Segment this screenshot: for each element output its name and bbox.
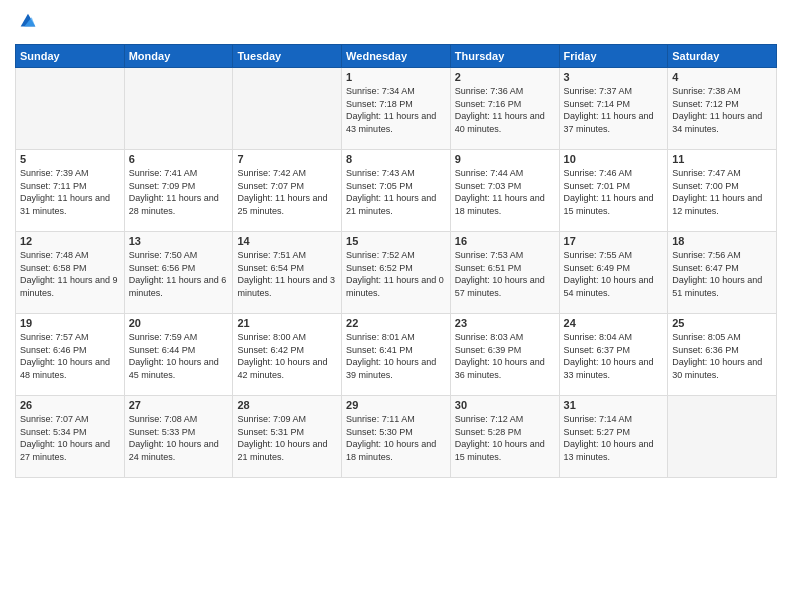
day-info: Sunrise: 7:11 AM Sunset: 5:30 PM Dayligh… — [346, 413, 446, 463]
calendar-cell: 11Sunrise: 7:47 AM Sunset: 7:00 PM Dayli… — [668, 150, 777, 232]
day-number: 3 — [564, 71, 664, 83]
weekday-header-row: SundayMondayTuesdayWednesdayThursdayFrid… — [16, 45, 777, 68]
day-number: 9 — [455, 153, 555, 165]
calendar-cell: 2Sunrise: 7:36 AM Sunset: 7:16 PM Daylig… — [450, 68, 559, 150]
calendar-cell: 8Sunrise: 7:43 AM Sunset: 7:05 PM Daylig… — [342, 150, 451, 232]
day-number: 19 — [20, 317, 120, 329]
calendar-cell: 21Sunrise: 8:00 AM Sunset: 6:42 PM Dayli… — [233, 314, 342, 396]
day-number: 29 — [346, 399, 446, 411]
calendar-week-row: 12Sunrise: 7:48 AM Sunset: 6:58 PM Dayli… — [16, 232, 777, 314]
logo — [15, 10, 42, 36]
day-info: Sunrise: 7:12 AM Sunset: 5:28 PM Dayligh… — [455, 413, 555, 463]
weekday-header: Friday — [559, 45, 668, 68]
calendar-cell: 22Sunrise: 8:01 AM Sunset: 6:41 PM Dayli… — [342, 314, 451, 396]
logo-icon — [17, 10, 39, 32]
day-info: Sunrise: 8:05 AM Sunset: 6:36 PM Dayligh… — [672, 331, 772, 381]
calendar-cell: 12Sunrise: 7:48 AM Sunset: 6:58 PM Dayli… — [16, 232, 125, 314]
calendar-cell: 7Sunrise: 7:42 AM Sunset: 7:07 PM Daylig… — [233, 150, 342, 232]
day-info: Sunrise: 7:43 AM Sunset: 7:05 PM Dayligh… — [346, 167, 446, 217]
calendar-cell: 20Sunrise: 7:59 AM Sunset: 6:44 PM Dayli… — [124, 314, 233, 396]
day-info: Sunrise: 8:03 AM Sunset: 6:39 PM Dayligh… — [455, 331, 555, 381]
day-info: Sunrise: 8:04 AM Sunset: 6:37 PM Dayligh… — [564, 331, 664, 381]
day-number: 5 — [20, 153, 120, 165]
day-number: 22 — [346, 317, 446, 329]
calendar-cell — [124, 68, 233, 150]
day-info: Sunrise: 7:51 AM Sunset: 6:54 PM Dayligh… — [237, 249, 337, 299]
day-number: 7 — [237, 153, 337, 165]
day-number: 12 — [20, 235, 120, 247]
day-info: Sunrise: 7:50 AM Sunset: 6:56 PM Dayligh… — [129, 249, 229, 299]
day-info: Sunrise: 7:59 AM Sunset: 6:44 PM Dayligh… — [129, 331, 229, 381]
calendar-cell: 27Sunrise: 7:08 AM Sunset: 5:33 PM Dayli… — [124, 396, 233, 478]
calendar-cell — [16, 68, 125, 150]
calendar-cell: 15Sunrise: 7:52 AM Sunset: 6:52 PM Dayli… — [342, 232, 451, 314]
calendar-cell: 18Sunrise: 7:56 AM Sunset: 6:47 PM Dayli… — [668, 232, 777, 314]
day-number: 26 — [20, 399, 120, 411]
calendar-week-row: 26Sunrise: 7:07 AM Sunset: 5:34 PM Dayli… — [16, 396, 777, 478]
calendar-cell: 13Sunrise: 7:50 AM Sunset: 6:56 PM Dayli… — [124, 232, 233, 314]
calendar-cell: 4Sunrise: 7:38 AM Sunset: 7:12 PM Daylig… — [668, 68, 777, 150]
calendar-cell — [233, 68, 342, 150]
day-number: 10 — [564, 153, 664, 165]
day-info: Sunrise: 7:39 AM Sunset: 7:11 PM Dayligh… — [20, 167, 120, 217]
day-number: 4 — [672, 71, 772, 83]
calendar-cell: 24Sunrise: 8:04 AM Sunset: 6:37 PM Dayli… — [559, 314, 668, 396]
day-number: 30 — [455, 399, 555, 411]
calendar-cell: 30Sunrise: 7:12 AM Sunset: 5:28 PM Dayli… — [450, 396, 559, 478]
day-info: Sunrise: 7:46 AM Sunset: 7:01 PM Dayligh… — [564, 167, 664, 217]
day-info: Sunrise: 7:56 AM Sunset: 6:47 PM Dayligh… — [672, 249, 772, 299]
weekday-header: Tuesday — [233, 45, 342, 68]
calendar-cell: 25Sunrise: 8:05 AM Sunset: 6:36 PM Dayli… — [668, 314, 777, 396]
calendar-cell — [668, 396, 777, 478]
day-info: Sunrise: 7:48 AM Sunset: 6:58 PM Dayligh… — [20, 249, 120, 299]
day-info: Sunrise: 7:53 AM Sunset: 6:51 PM Dayligh… — [455, 249, 555, 299]
day-info: Sunrise: 7:57 AM Sunset: 6:46 PM Dayligh… — [20, 331, 120, 381]
weekday-header: Saturday — [668, 45, 777, 68]
calendar-cell: 10Sunrise: 7:46 AM Sunset: 7:01 PM Dayli… — [559, 150, 668, 232]
calendar-cell: 28Sunrise: 7:09 AM Sunset: 5:31 PM Dayli… — [233, 396, 342, 478]
calendar-cell: 6Sunrise: 7:41 AM Sunset: 7:09 PM Daylig… — [124, 150, 233, 232]
calendar-cell: 16Sunrise: 7:53 AM Sunset: 6:51 PM Dayli… — [450, 232, 559, 314]
calendar-week-row: 19Sunrise: 7:57 AM Sunset: 6:46 PM Dayli… — [16, 314, 777, 396]
calendar-cell: 3Sunrise: 7:37 AM Sunset: 7:14 PM Daylig… — [559, 68, 668, 150]
day-number: 31 — [564, 399, 664, 411]
page: SundayMondayTuesdayWednesdayThursdayFrid… — [0, 0, 792, 612]
day-number: 1 — [346, 71, 446, 83]
calendar-week-row: 1Sunrise: 7:34 AM Sunset: 7:18 PM Daylig… — [16, 68, 777, 150]
calendar-week-row: 5Sunrise: 7:39 AM Sunset: 7:11 PM Daylig… — [16, 150, 777, 232]
day-number: 13 — [129, 235, 229, 247]
calendar-cell: 9Sunrise: 7:44 AM Sunset: 7:03 PM Daylig… — [450, 150, 559, 232]
weekday-header: Sunday — [16, 45, 125, 68]
day-number: 6 — [129, 153, 229, 165]
weekday-header: Wednesday — [342, 45, 451, 68]
calendar-cell: 23Sunrise: 8:03 AM Sunset: 6:39 PM Dayli… — [450, 314, 559, 396]
day-number: 23 — [455, 317, 555, 329]
day-info: Sunrise: 7:42 AM Sunset: 7:07 PM Dayligh… — [237, 167, 337, 217]
day-info: Sunrise: 8:01 AM Sunset: 6:41 PM Dayligh… — [346, 331, 446, 381]
day-info: Sunrise: 7:14 AM Sunset: 5:27 PM Dayligh… — [564, 413, 664, 463]
calendar-cell: 17Sunrise: 7:55 AM Sunset: 6:49 PM Dayli… — [559, 232, 668, 314]
day-info: Sunrise: 7:44 AM Sunset: 7:03 PM Dayligh… — [455, 167, 555, 217]
day-number: 16 — [455, 235, 555, 247]
weekday-header: Monday — [124, 45, 233, 68]
day-info: Sunrise: 8:00 AM Sunset: 6:42 PM Dayligh… — [237, 331, 337, 381]
day-number: 25 — [672, 317, 772, 329]
day-number: 24 — [564, 317, 664, 329]
day-info: Sunrise: 7:09 AM Sunset: 5:31 PM Dayligh… — [237, 413, 337, 463]
day-number: 21 — [237, 317, 337, 329]
day-number: 18 — [672, 235, 772, 247]
day-number: 14 — [237, 235, 337, 247]
header — [15, 10, 777, 36]
day-number: 15 — [346, 235, 446, 247]
day-number: 17 — [564, 235, 664, 247]
day-number: 2 — [455, 71, 555, 83]
calendar-cell: 5Sunrise: 7:39 AM Sunset: 7:11 PM Daylig… — [16, 150, 125, 232]
calendar-table: SundayMondayTuesdayWednesdayThursdayFrid… — [15, 44, 777, 478]
calendar-cell: 29Sunrise: 7:11 AM Sunset: 5:30 PM Dayli… — [342, 396, 451, 478]
calendar-cell: 14Sunrise: 7:51 AM Sunset: 6:54 PM Dayli… — [233, 232, 342, 314]
day-info: Sunrise: 7:37 AM Sunset: 7:14 PM Dayligh… — [564, 85, 664, 135]
calendar-cell: 31Sunrise: 7:14 AM Sunset: 5:27 PM Dayli… — [559, 396, 668, 478]
day-info: Sunrise: 7:08 AM Sunset: 5:33 PM Dayligh… — [129, 413, 229, 463]
day-info: Sunrise: 7:52 AM Sunset: 6:52 PM Dayligh… — [346, 249, 446, 299]
day-number: 28 — [237, 399, 337, 411]
